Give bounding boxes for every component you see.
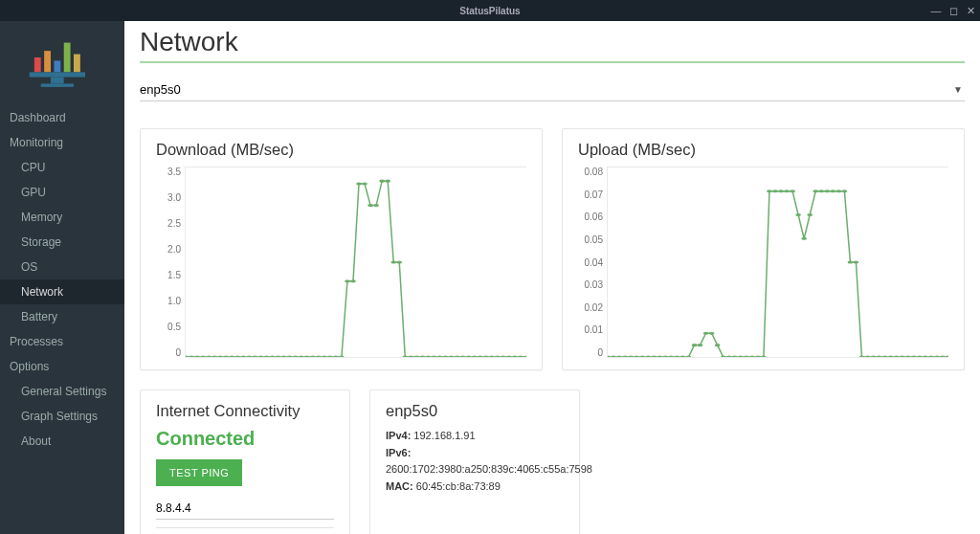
- svg-point-51: [432, 355, 437, 357]
- svg-point-73: [634, 355, 639, 357]
- nav-item-battery[interactable]: Battery: [0, 304, 124, 329]
- upload-chart: 0.080.070.060.050.040.030.020.010: [578, 167, 948, 358]
- svg-point-77: [657, 355, 662, 357]
- svg-point-112: [859, 355, 865, 357]
- nav-section-processes[interactable]: Processes: [0, 329, 124, 354]
- svg-point-36: [345, 279, 350, 282]
- svg-point-78: [662, 355, 668, 357]
- main-content: Network ▼ Download (MB/sec) 3.53.02.52.0…: [124, 21, 980, 534]
- download-chart-card: Download (MB/sec) 3.53.02.52.01.51.00.50: [140, 128, 543, 370]
- page-title: Network: [140, 27, 965, 57]
- svg-point-25: [281, 355, 287, 357]
- svg-point-32: [322, 355, 327, 357]
- svg-point-57: [466, 355, 472, 357]
- nav-section-dashboard[interactable]: Dashboard: [0, 105, 124, 130]
- bar-chart-on-monitor-icon: [28, 34, 97, 92]
- nav-item-os[interactable]: OS: [0, 255, 124, 279]
- window-title: StatusPilatus: [0, 6, 980, 16]
- svg-point-71: [622, 355, 628, 357]
- window-controls: — ◻ ✕: [930, 5, 976, 17]
- svg-point-24: [276, 355, 281, 357]
- svg-point-27: [293, 355, 299, 357]
- nav-section-options[interactable]: Options: [0, 354, 124, 379]
- download-chart-title: Download (MB/sec): [156, 141, 526, 159]
- y-tick: 0.08: [578, 167, 603, 177]
- svg-point-80: [675, 355, 680, 357]
- svg-point-49: [420, 355, 426, 357]
- svg-point-40: [368, 204, 373, 207]
- svg-point-33: [327, 355, 333, 357]
- maximize-icon[interactable]: ◻: [947, 5, 959, 17]
- svg-point-45: [396, 260, 402, 263]
- svg-point-31: [316, 355, 322, 357]
- svg-point-62: [495, 355, 501, 357]
- svg-point-8: [186, 355, 189, 357]
- svg-point-48: [414, 355, 420, 357]
- nav-item-memory[interactable]: Memory: [0, 205, 124, 230]
- nav-item-network[interactable]: Network: [0, 279, 124, 304]
- connectivity-heading: Internet Connectivity: [156, 402, 334, 420]
- nav-item-storage[interactable]: Storage: [0, 230, 124, 255]
- svg-point-53: [443, 355, 449, 357]
- svg-point-125: [934, 355, 940, 357]
- svg-point-114: [871, 355, 877, 357]
- interface-select[interactable]: [140, 78, 953, 100]
- svg-point-83: [692, 344, 698, 346]
- svg-rect-1: [44, 51, 51, 72]
- svg-point-75: [645, 355, 651, 357]
- interface-details: IPv4: 192.168.1.91 IPv6: 2600:1702:3980:…: [386, 428, 564, 495]
- svg-point-127: [946, 355, 948, 357]
- svg-point-119: [900, 355, 905, 357]
- svg-point-29: [304, 355, 310, 357]
- nav-item-about[interactable]: About: [0, 429, 124, 454]
- svg-point-94: [755, 355, 761, 357]
- nav-item-graph-settings[interactable]: Graph Settings: [0, 404, 124, 429]
- ipv4-value: 192.168.1.91: [413, 430, 475, 441]
- chevron-down-icon[interactable]: ▼: [953, 84, 965, 95]
- svg-point-67: [523, 355, 526, 357]
- nav-section-monitoring[interactable]: Monitoring: [0, 130, 124, 155]
- y-tick: 0.07: [578, 189, 603, 200]
- svg-point-65: [512, 355, 518, 357]
- svg-point-18: [240, 355, 246, 357]
- y-tick: 2.5: [156, 218, 181, 229]
- svg-point-92: [744, 355, 749, 357]
- nav-item-cpu[interactable]: CPU: [0, 155, 124, 180]
- svg-point-115: [877, 355, 882, 357]
- minimize-icon[interactable]: —: [930, 5, 942, 17]
- ipv4-label: IPv4:: [386, 430, 411, 441]
- svg-point-95: [761, 355, 767, 357]
- svg-point-13: [212, 355, 217, 357]
- svg-point-70: [616, 355, 622, 357]
- y-tick: 3.5: [156, 167, 181, 177]
- mac-value: 60:45:cb:8a:73:89: [416, 480, 501, 492]
- y-tick: 3.0: [156, 192, 181, 203]
- svg-point-107: [830, 189, 835, 192]
- svg-point-52: [437, 355, 443, 357]
- svg-point-124: [928, 355, 934, 357]
- svg-rect-7: [41, 83, 74, 86]
- titlebar: StatusPilatus — ◻ ✕: [0, 0, 980, 21]
- nav-item-gpu[interactable]: GPU: [0, 180, 124, 205]
- mac-label: MAC:: [386, 480, 413, 492]
- svg-point-104: [813, 189, 818, 192]
- connectivity-card: Internet Connectivity Connected TEST PIN…: [140, 389, 350, 534]
- svg-point-91: [738, 355, 744, 357]
- svg-point-72: [628, 355, 634, 357]
- svg-point-14: [217, 355, 223, 357]
- svg-point-122: [917, 355, 923, 357]
- svg-point-84: [698, 344, 703, 346]
- ping-target-input[interactable]: [156, 498, 334, 520]
- svg-point-117: [888, 355, 894, 357]
- y-tick: 0.04: [578, 257, 603, 268]
- svg-point-10: [194, 355, 200, 357]
- svg-point-42: [379, 180, 385, 183]
- svg-point-79: [669, 355, 675, 357]
- download-chart: 3.53.02.52.01.51.00.50: [156, 167, 526, 358]
- svg-point-96: [767, 189, 772, 192]
- close-icon[interactable]: ✕: [965, 5, 976, 17]
- nav-item-general-settings[interactable]: General Settings: [0, 379, 124, 404]
- test-ping-button[interactable]: TEST PING: [156, 459, 242, 486]
- svg-point-41: [373, 204, 379, 207]
- svg-point-105: [818, 189, 824, 192]
